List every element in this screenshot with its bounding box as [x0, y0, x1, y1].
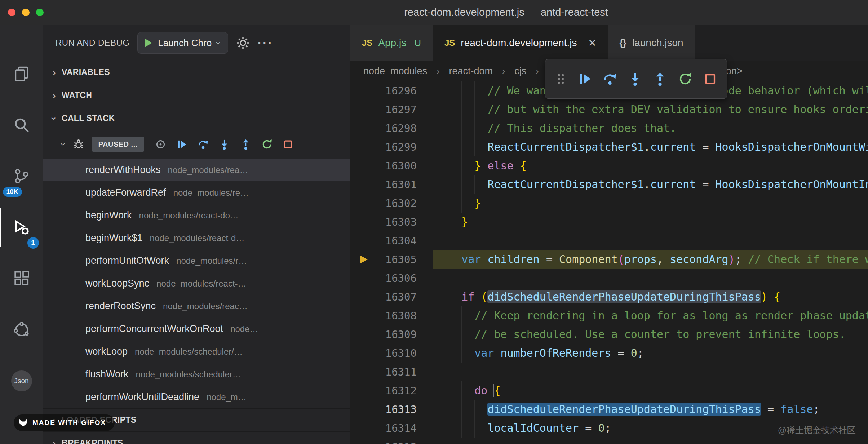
code-line-content[interactable]: } else { — [433, 156, 868, 175]
gutter[interactable]: 16305 — [350, 250, 433, 269]
restart-icon[interactable] — [678, 72, 692, 86]
activity-run-and-debug[interactable]: 1 — [0, 202, 43, 253]
debug-session-row[interactable]: PAUSED ... — [43, 130, 350, 159]
gutter[interactable]: 16309 — [350, 325, 433, 344]
stack-frame[interactable]: performConcurrentWorkOnRootnode… — [43, 318, 350, 340]
stop-icon[interactable] — [703, 72, 717, 86]
gutter[interactable]: 16303 — [350, 213, 433, 231]
code-line-content[interactable]: // Keep rendering in a loop for as long … — [433, 306, 868, 325]
stack-frame[interactable]: renderWithHooksnode_modules/rea… — [43, 159, 350, 181]
more-actions-icon[interactable] — [258, 37, 273, 49]
line-number: 16312 — [385, 385, 417, 397]
section-watch[interactable]: WATCH — [43, 84, 350, 107]
launch-config-button[interactable]: Launch Chro — [137, 32, 228, 54]
stack-frame[interactable]: flushWorknode_modules/scheduler… — [43, 363, 350, 386]
breadcrumb-item[interactable]: node_modules — [363, 66, 427, 77]
activity-source-control[interactable]: 10K — [0, 151, 43, 202]
tab-launch-json[interactable]: {} launch.json — [608, 25, 695, 61]
gutter[interactable]: 16312 — [350, 381, 433, 400]
tab-app-js[interactable]: JS App.js U — [350, 25, 433, 61]
activity-explorer[interactable] — [0, 48, 43, 99]
indent-guide — [474, 400, 475, 419]
step-into-icon[interactable] — [219, 139, 230, 150]
code-line: 16298 // This dispatcher does that. — [350, 119, 868, 138]
code-line-content[interactable]: // This dispatcher does that. — [433, 119, 868, 138]
gutter[interactable]: 16311 — [350, 363, 433, 381]
drag-handle-icon[interactable] — [555, 73, 567, 85]
step-out-icon[interactable] — [240, 139, 251, 150]
tab-react-dom-development-js[interactable]: JS react-dom.development.js × — [433, 25, 608, 61]
gutter[interactable]: 16302 — [350, 194, 433, 213]
code-line: 16306 — [350, 269, 868, 288]
step-over-icon[interactable] — [198, 139, 209, 150]
code-line-content[interactable] — [433, 269, 868, 288]
line-number: 16303 — [385, 216, 417, 228]
close-tab-icon[interactable]: × — [588, 36, 596, 49]
maximize-window-button[interactable] — [36, 9, 44, 16]
stack-frame[interactable]: beginWorknode_modules/react-do… — [43, 204, 350, 227]
gutter[interactable]: 16298 — [350, 119, 433, 138]
gutter[interactable]: 16297 — [350, 100, 433, 119]
extensions-icon — [13, 270, 30, 287]
activity-extensions[interactable] — [0, 253, 43, 304]
step-into-icon[interactable] — [628, 72, 642, 86]
stack-frame[interactable]: renderRootSyncnode_modules/reac… — [43, 295, 350, 318]
gutter[interactable]: 16308 — [350, 306, 433, 325]
gutter[interactable]: 16315 — [350, 438, 433, 444]
code-line-content[interactable]: // be scheduled. Use a counter to preven… — [433, 325, 868, 344]
code-line-content[interactable]: do { — [433, 381, 868, 400]
code-line-content[interactable]: ReactCurrentDispatcher$1.current = Hooks… — [433, 175, 868, 194]
code-line-content[interactable]: // but with the extra DEV validation to … — [433, 100, 868, 119]
frame-name: beginWork$1 — [85, 232, 143, 244]
step-over-icon[interactable] — [603, 72, 617, 86]
step-out-icon[interactable] — [653, 72, 667, 86]
chevron-right-icon — [53, 68, 56, 77]
code-line-content[interactable]: } — [433, 194, 868, 213]
line-number: 16306 — [385, 272, 417, 284]
activity-json[interactable]: Json — [0, 355, 43, 407]
code-line-content[interactable] — [433, 363, 868, 381]
gutter[interactable]: 16313 — [350, 400, 433, 419]
stack-frame[interactable]: workLoopSyncnode_modules/react-… — [43, 272, 350, 295]
activity-remote-explorer[interactable] — [0, 304, 43, 355]
breadcrumb-item[interactable]: react-dom — [449, 66, 493, 77]
gutter[interactable]: 16307 — [350, 288, 433, 306]
stack-frame[interactable]: beginWork$1node_modules/react-d… — [43, 227, 350, 249]
gutter[interactable]: 16300 — [350, 156, 433, 175]
continue-icon[interactable] — [176, 139, 187, 150]
code-line-content[interactable]: } — [433, 213, 868, 231]
section-variables[interactable]: VARIABLES — [43, 61, 350, 84]
gutter[interactable]: 16304 — [350, 231, 433, 250]
files-icon — [13, 66, 30, 82]
continue-icon[interactable] — [578, 72, 592, 86]
minimize-window-button[interactable] — [22, 9, 30, 16]
gutter[interactable]: 16310 — [350, 344, 433, 363]
code-line-content[interactable]: didScheduleRenderPhaseUpdateDuringThisPa… — [433, 400, 868, 419]
activity-search[interactable] — [0, 99, 43, 151]
record-icon[interactable] — [155, 139, 166, 150]
gutter[interactable]: 16306 — [350, 269, 433, 288]
stack-frame[interactable]: workLoopnode_modules/scheduler/… — [43, 340, 350, 363]
section-call-stack[interactable]: CALL STACK — [43, 107, 350, 130]
javascript-file-icon: JS — [444, 38, 455, 48]
section-breakpoints[interactable]: BREAKPOINTS — [43, 431, 350, 444]
stack-frame[interactable]: performWorkUntilDeadlinenode_m… — [43, 386, 350, 408]
breadcrumb-item[interactable]: cjs — [514, 66, 526, 77]
stack-frame[interactable]: performUnitOfWorknode_modules/r… — [43, 249, 350, 272]
gear-icon[interactable] — [236, 36, 250, 50]
restart-icon[interactable] — [261, 139, 273, 150]
gutter[interactable]: 16301 — [350, 175, 433, 194]
code-line-content[interactable]: var numberOfReRenders = 0; — [433, 344, 868, 363]
code-line-content[interactable]: var children = Component(props, secondAr… — [433, 250, 868, 269]
gutter[interactable]: 16296 — [350, 81, 433, 100]
code-line-content[interactable] — [433, 231, 868, 250]
gutter[interactable]: 16314 — [350, 419, 433, 438]
stack-frame[interactable]: updateForwardRefnode_modules/re… — [43, 181, 350, 204]
gutter[interactable]: 16299 — [350, 138, 433, 156]
network-circle-icon — [13, 321, 30, 338]
stop-icon[interactable] — [283, 139, 294, 150]
close-window-button[interactable] — [8, 9, 15, 16]
code-line-content[interactable]: ReactCurrentDispatcher$1.current = Hooks… — [433, 138, 868, 156]
code-line-content[interactable]: if (didScheduleRenderPhaseUpdateDuringTh… — [433, 288, 868, 306]
code-line-content[interactable] — [433, 438, 868, 444]
